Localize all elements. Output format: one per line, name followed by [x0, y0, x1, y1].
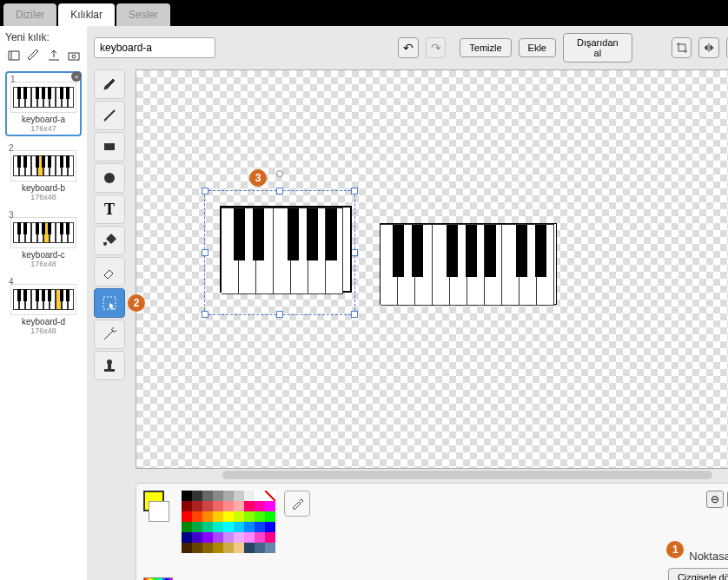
- palette-color[interactable]: [213, 491, 223, 501]
- palette-color[interactable]: [182, 543, 192, 553]
- brush-tool[interactable]: [94, 69, 125, 99]
- background-color[interactable]: [149, 501, 169, 522]
- tab-scripts[interactable]: Diziler: [3, 3, 56, 26]
- rect-tool[interactable]: [94, 132, 125, 161]
- resize-handle[interactable]: [351, 249, 358, 256]
- palette-color[interactable]: [192, 511, 202, 522]
- palette-color[interactable]: [234, 501, 244, 511]
- canvas[interactable]: 3: [136, 69, 728, 469]
- palette-color[interactable]: [182, 501, 192, 511]
- palette-color[interactable]: [182, 532, 192, 543]
- convert-button[interactable]: Çizgisele dönüştür: [668, 568, 728, 580]
- palette-color[interactable]: [244, 543, 255, 553]
- paint-icon[interactable]: [25, 47, 42, 64]
- palette-color[interactable]: [213, 522, 223, 532]
- palette-color[interactable]: [213, 501, 223, 511]
- keyboard-right[interactable]: [380, 223, 557, 305]
- palette-color[interactable]: [182, 491, 192, 501]
- palette-color[interactable]: [182, 511, 192, 522]
- close-icon[interactable]: ×: [71, 71, 82, 82]
- palette-color[interactable]: [255, 501, 265, 511]
- import-button[interactable]: Dışarıdan al: [563, 33, 632, 63]
- palette-color[interactable]: [202, 501, 213, 511]
- eraser-tool[interactable]: [94, 257, 125, 287]
- palette-color[interactable]: [234, 532, 244, 543]
- palette-color[interactable]: [182, 522, 192, 532]
- zoom-out-button[interactable]: ⊖: [706, 491, 724, 508]
- palette-color[interactable]: [223, 532, 234, 543]
- palette-color[interactable]: [255, 522, 265, 532]
- palette-color[interactable]: [223, 511, 234, 522]
- palette-color[interactable]: [223, 543, 234, 553]
- palette-color[interactable]: [244, 522, 255, 532]
- redo-button[interactable]: ↷: [426, 37, 446, 58]
- stamp-tool[interactable]: [94, 351, 125, 380]
- upload-icon[interactable]: [45, 47, 62, 64]
- palette-color[interactable]: [265, 491, 275, 501]
- palette-color[interactable]: [265, 501, 275, 511]
- palette-color[interactable]: [234, 543, 244, 553]
- palette-color[interactable]: [223, 522, 234, 532]
- line-tool[interactable]: [94, 101, 125, 130]
- palette-color[interactable]: [234, 491, 244, 501]
- ellipse-tool[interactable]: [94, 163, 125, 193]
- palette-color[interactable]: [202, 491, 213, 501]
- add-button[interactable]: Ekle: [519, 38, 556, 57]
- palette-color[interactable]: [255, 511, 265, 522]
- palette-color[interactable]: [244, 511, 255, 522]
- palette-color[interactable]: [223, 501, 234, 511]
- palette-color[interactable]: [244, 532, 255, 543]
- tab-costumes[interactable]: Kılıklar: [58, 3, 115, 26]
- palette-color[interactable]: [192, 501, 202, 511]
- palette-color[interactable]: [192, 543, 202, 553]
- flip-h-icon[interactable]: [698, 37, 718, 58]
- costume-item[interactable]: 1 × keyboard-a 176x47: [5, 71, 82, 136]
- resize-handle[interactable]: [276, 188, 283, 194]
- camera-icon[interactable]: [65, 47, 82, 64]
- keyboard-left[interactable]: [220, 206, 352, 293]
- costume-item[interactable]: 4 keyboard-d 176x48: [5, 275, 82, 337]
- resize-handle[interactable]: [351, 188, 358, 194]
- palette-color[interactable]: [202, 522, 213, 532]
- library-icon[interactable]: [5, 47, 22, 64]
- palette-color[interactable]: [202, 532, 213, 543]
- palette-color[interactable]: [244, 491, 255, 501]
- fill-tool[interactable]: [94, 226, 125, 255]
- scrollbar-horizontal[interactable]: [222, 471, 712, 479]
- palette-color[interactable]: [265, 543, 275, 553]
- resize-handle[interactable]: [202, 188, 208, 194]
- resize-handle[interactable]: [202, 249, 208, 256]
- palette-color[interactable]: [255, 532, 265, 543]
- palette-color[interactable]: [244, 501, 255, 511]
- palette-color[interactable]: [213, 511, 223, 522]
- palette-color[interactable]: [202, 543, 213, 553]
- palette-color[interactable]: [192, 522, 202, 532]
- text-tool[interactable]: T: [94, 194, 125, 224]
- resize-handle[interactable]: [276, 311, 283, 318]
- palette-color[interactable]: [265, 522, 275, 532]
- clear-button[interactable]: Temizle: [460, 38, 511, 57]
- palette-color[interactable]: [192, 532, 202, 543]
- palette-color[interactable]: [265, 532, 275, 543]
- wand-tool[interactable]: [94, 320, 125, 349]
- palette-color[interactable]: [213, 543, 223, 553]
- costume-name-input[interactable]: [94, 37, 215, 58]
- palette-color[interactable]: [213, 532, 223, 543]
- costume-item[interactable]: 3 keyboard-c 176x48: [5, 208, 82, 270]
- eyedropper-tool[interactable]: [284, 491, 310, 517]
- undo-button[interactable]: ↶: [398, 37, 418, 58]
- select-tool[interactable]: 2: [94, 288, 125, 318]
- palette-color[interactable]: [255, 543, 265, 553]
- resize-handle[interactable]: [351, 311, 358, 318]
- palette-color[interactable]: [265, 511, 275, 522]
- resize-handle[interactable]: [202, 311, 208, 318]
- palette-color[interactable]: [223, 491, 234, 501]
- palette-color[interactable]: [255, 491, 265, 501]
- palette-color[interactable]: [202, 511, 213, 522]
- crop-icon[interactable]: [672, 37, 692, 58]
- tab-sounds[interactable]: Sesler: [116, 3, 170, 26]
- palette-color[interactable]: [234, 522, 244, 532]
- rotate-handle[interactable]: [276, 170, 283, 177]
- palette-color[interactable]: [234, 511, 244, 522]
- costume-item[interactable]: 2 keyboard-b 176x48: [5, 142, 82, 203]
